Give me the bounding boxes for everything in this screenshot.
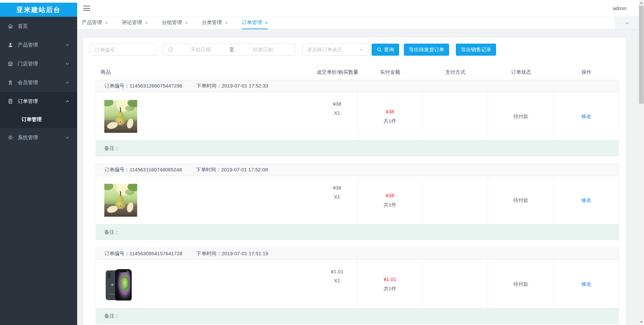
modify-link[interactable]: 修改: [581, 279, 591, 289]
app-logo: 亚米建站后台: [0, 3, 77, 17]
column-header: 支付方式: [423, 69, 488, 75]
order-number-value: 1145631160748085248: [129, 167, 182, 173]
hamburger-menu-icon[interactable]: [83, 6, 90, 11]
close-icon[interactable]: ×: [145, 20, 148, 25]
store-icon: [7, 61, 13, 67]
paid-amount: ¥1.01: [384, 275, 396, 284]
order-status-select[interactable]: 请选择订单状态: [302, 44, 368, 56]
paid-amount: ¥38: [386, 107, 394, 116]
user-icon: [7, 42, 13, 48]
chevron-down-icon: [65, 135, 70, 140]
sidebar-subitem-orders-sub[interactable]: 订单管理: [0, 111, 77, 128]
remark-label: 备注：: [104, 145, 119, 152]
order-status-cell: 待付款: [488, 260, 554, 308]
chevron-down-icon: [65, 80, 70, 85]
price-qty-cell: ¥38 X1: [317, 176, 357, 224]
tab-label: 分类管理: [202, 19, 222, 26]
sidebar-item-members[interactable]: 会员管理: [0, 73, 77, 92]
sidebar-item-home[interactable]: 首页: [0, 17, 77, 36]
modify-link[interactable]: 修改: [581, 196, 591, 205]
chevron-down-icon: [359, 47, 364, 52]
modify-link[interactable]: 修改: [581, 112, 591, 121]
paid-amount: ¥38: [386, 191, 394, 200]
date-end-placeholder[interactable]: 结束日期: [236, 47, 290, 53]
tabs-container: 产品管理 ×评论管理 ×分组管理 ×分类管理 ×订单管理 ×: [82, 17, 282, 29]
search-button[interactable]: 查询: [372, 44, 399, 56]
tab-products[interactable]: 产品管理 ×: [82, 17, 108, 29]
sidebar-item-products[interactable]: 产品管理: [0, 36, 77, 54]
order-number-value: 1145630954157641728: [129, 251, 182, 257]
table-header-row: 商品成交单价/购买数量实付金额支付方式订单状态操作: [96, 65, 619, 79]
tabs-dropdown-button[interactable]: [615, 17, 639, 29]
scroll-down-arrow-icon[interactable]: [639, 319, 644, 325]
paid-total-count: 共1件: [383, 284, 396, 293]
tab-categories[interactable]: 分类管理 ×: [202, 17, 228, 29]
scrollbar-thumb[interactable]: [639, 6, 644, 104]
remark-row: 备注：: [96, 308, 619, 324]
order-block: 订单编号：1145630954157641728 下单时间：2019-07-01…: [96, 248, 619, 324]
scroll-up-arrow-icon[interactable]: [639, 0, 644, 6]
action-cell: 修改: [554, 176, 619, 224]
filter-row: 开始日期 至 结束日期 请选择订单状态 查询: [90, 44, 619, 56]
tab-label: 评论管理: [122, 19, 142, 26]
sidebar-item-orders[interactable]: 订单管理: [0, 92, 77, 111]
sidebar-item-label: 会员管理: [18, 79, 38, 86]
close-icon[interactable]: ×: [185, 20, 187, 25]
iphone-image[interactable]: [104, 268, 137, 301]
gear-icon: [7, 134, 13, 141]
order-time-label: 下单时间：: [196, 167, 221, 173]
action-cell: 修改: [554, 92, 619, 140]
chevron-down-icon: [65, 61, 70, 66]
order-status: 待付款: [514, 196, 529, 205]
sidebar-group-home: 首页: [0, 17, 77, 36]
tab-label: 订单管理: [242, 19, 262, 26]
pear-image[interactable]: [104, 184, 137, 217]
date-range-picker[interactable]: 开始日期 至 结束日期: [163, 44, 295, 56]
remark-label: 备注：: [104, 313, 119, 319]
order-product-row: ¥38 X1 ¥38 共1件 待付款 修改: [96, 176, 619, 224]
chevron-up-icon: [65, 99, 70, 104]
order-table: 商品成交单价/购买数量实付金额支付方式订单状态操作 订单编号：114563126…: [96, 65, 619, 324]
sidebar-item-label: 产品管理: [18, 42, 38, 48]
sidebar-item-stores[interactable]: 门店管理: [0, 54, 77, 73]
sidebar-item-label: 订单管理: [18, 98, 38, 105]
date-separator: 至: [228, 47, 236, 53]
order-header-row: 订单编号：1145630954157641728 下单时间：2019-07-01…: [96, 248, 619, 260]
order-number-input[interactable]: [90, 44, 156, 56]
order-number-label: 订单编号：: [104, 251, 129, 257]
tab-groups[interactable]: 分组管理 ×: [162, 17, 187, 29]
content-card: 开始日期 至 结束日期 请选择订单状态 查询: [83, 38, 626, 325]
export-sales-button[interactable]: 导出销售记录: [456, 44, 496, 56]
app-root: 亚米建站后台 首页 产品管理 门店管理 会员管理 订单管理 订单管理 系统管理 …: [0, 0, 644, 325]
export-pending-button[interactable]: 导出待发货订单: [404, 44, 449, 56]
tab-orders[interactable]: 订单管理 ×: [242, 17, 268, 29]
user-name[interactable]: admin: [613, 5, 627, 11]
payment-method-cell: [422, 92, 488, 140]
order-product-row: ¥1.01 X1 ¥1.01 共1件 待付款 修改: [96, 260, 619, 308]
member-icon: [7, 79, 13, 86]
content-area: 开始日期 至 结束日期 请选择订单状态 查询: [77, 30, 639, 325]
order-time-value: 2019-07-01 17:52:08: [221, 167, 268, 173]
home-icon: [7, 23, 13, 29]
order-list: 订单编号：1145631266075447296 下单时间：2019-07-01…: [96, 80, 619, 324]
sidebar-item-label: 门店管理: [18, 61, 38, 67]
payment-method-cell: [422, 176, 488, 224]
close-icon[interactable]: ×: [105, 20, 108, 25]
page-scrollbar[interactable]: [639, 0, 644, 325]
tab-label: 分组管理: [162, 19, 182, 26]
sidebar-item-system[interactable]: 系统管理: [0, 128, 77, 147]
sidebar-group-stores: 门店管理: [0, 54, 77, 73]
close-icon[interactable]: ×: [265, 20, 268, 25]
tab-bar: 产品管理 ×评论管理 ×分组管理 ×分类管理 ×订单管理 ×: [77, 17, 639, 30]
quantity: X1: [317, 276, 357, 285]
tab-comments[interactable]: 评论管理 ×: [122, 17, 148, 29]
payment-method-cell: [422, 260, 488, 308]
order-icon: [7, 98, 13, 104]
date-start-placeholder[interactable]: 开始日期: [173, 47, 228, 53]
close-icon[interactable]: ×: [225, 20, 228, 25]
pear-image[interactable]: [104, 100, 137, 133]
sidebar-item-label: 首页: [18, 23, 28, 30]
remark-label: 备注：: [104, 229, 119, 235]
sidebar-group-system: 系统管理: [0, 128, 77, 147]
sidebar-group-orders: 订单管理 订单管理: [0, 92, 77, 128]
